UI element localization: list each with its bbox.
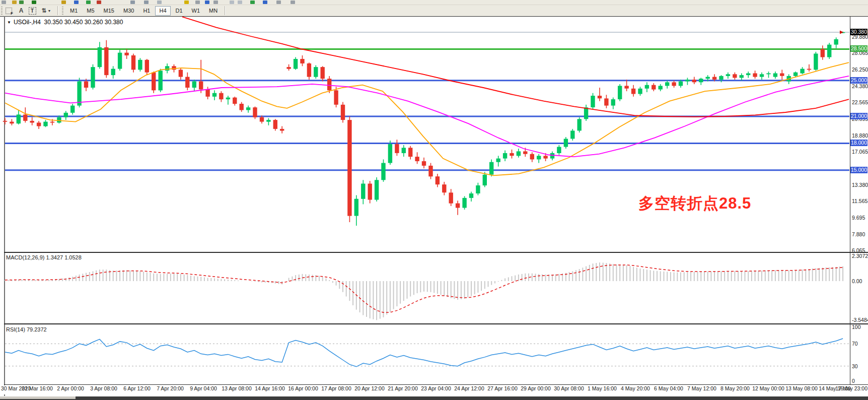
timeframe-button-d1[interactable]: D1 (172, 6, 187, 16)
price-level-label: 15.000 (850, 167, 867, 173)
letter-t-icon: T (29, 7, 36, 15)
price-tick: 22.565 (852, 99, 868, 105)
time-axis-label: 23 Apr 04:00 (421, 385, 451, 391)
price-tick: 13.380 (852, 182, 868, 188)
timeframe-button-w1[interactable]: W1 (188, 6, 204, 16)
time-axis-label: 8 May 20:00 (720, 385, 750, 391)
time-axis-label: 30 Apr 08:00 (554, 385, 584, 391)
time-axis-label: 27 Apr 16:00 (487, 385, 518, 391)
price-tick: 24.380 (852, 83, 868, 89)
clipped-toolbar-icon (250, 1, 255, 4)
time-axis-label: 2 Apr 00:00 (57, 385, 84, 391)
time-axis-label: 16 Apr 00:00 (288, 385, 318, 391)
clipped-toolbar-icon (12, 1, 17, 4)
time-axis-label: 21 Apr 20:00 (388, 385, 418, 391)
rsi-splitter[interactable] (4, 323, 868, 324)
rsi-axis-label: 100 (852, 324, 861, 330)
timeframe-button-m15[interactable]: M15 (100, 6, 118, 16)
rsi-axis-label: 30 (852, 363, 858, 369)
arrows-icon: ⇅ (42, 7, 47, 14)
rsi-axis-label: 70 (852, 341, 858, 347)
timeframe-grip[interactable] (62, 7, 63, 15)
time-axis-label: 17 Apr 08:00 (321, 385, 351, 391)
price-level-label: 28.500 (850, 45, 867, 52)
price-tick: 18.880 (852, 132, 868, 139)
clipped-toolbar-icon (86, 1, 91, 4)
macd-axis-label: -3.5484 (852, 317, 868, 323)
clipped-toolbar-icon (19, 1, 24, 4)
annotation-text: 多空转折点28.5 (638, 193, 751, 214)
letter-a-icon: A (19, 7, 24, 14)
time-axis-label: 20 Apr 12:00 (354, 385, 385, 391)
timeframe-button-h1[interactable]: H1 (139, 6, 154, 16)
price-level-label: 18.000 (850, 140, 867, 146)
clipped-toolbar-icon (32, 1, 36, 4)
price-tick: 9.695 (852, 215, 865, 221)
rsi-label: RSI(14) 79.2372 (6, 326, 47, 332)
clipped-toolbar-icon (205, 1, 209, 4)
timeframe-button-mn[interactable]: MN (205, 6, 222, 16)
toolbar-separator-2 (225, 6, 226, 15)
text-box-button[interactable]: T (27, 6, 38, 15)
time-axis[interactable]: 30 Mar 202031 Mar 16:002 Apr 00:003 Apr … (0, 385, 868, 394)
price-tick: 11.565 (852, 198, 867, 204)
time-axis-label: 7 May 12:00 (687, 385, 716, 391)
timeframe-button-m1[interactable]: M1 (66, 6, 82, 16)
toolbar-separator (57, 6, 58, 15)
toolbar-grip[interactable] (1, 7, 3, 15)
time-axis-label: 12 May 00:00 (752, 385, 784, 391)
text-label-button[interactable]: A (16, 6, 27, 15)
chart-title: ▼USOil-,H4 30.350 30.450 30.260 30.380 (7, 19, 123, 26)
macd-axis-label: 2.3072 (852, 253, 868, 259)
price-tick: 17.065 (852, 149, 868, 155)
clipped-top-toolbar (0, 0, 868, 5)
time-axis-label: 6 May 04:00 (654, 385, 683, 391)
h-scrollbar-thumb[interactable] (0, 396, 76, 399)
time-axis-label: 6 Apr 12:00 (123, 385, 151, 391)
time-axis-label: 31 Mar 16:00 (22, 385, 53, 391)
clipped-toolbar-icon (230, 1, 234, 4)
price-tick: 26.250 (852, 66, 868, 73)
price-level-label: 25.000 (850, 77, 867, 84)
arrange-button[interactable]: ⇅ ▼ (38, 6, 55, 15)
clipped-toolbar-icon (130, 1, 135, 4)
time-axis-border (4, 384, 868, 385)
time-axis-label: 24 Apr 12:00 (454, 385, 484, 391)
clipped-toolbar-icon (74, 1, 79, 4)
h-scrollbar[interactable] (0, 396, 868, 400)
time-axis-label: 13 Apr 08:00 (222, 385, 252, 391)
time-axis-label: 13 May 08:00 (785, 385, 818, 391)
timeframe-button-m30[interactable]: M30 (119, 6, 138, 16)
clipped-toolbar-icon (276, 1, 281, 4)
timeframe-button-m5[interactable]: M5 (83, 6, 98, 16)
clipped-toolbar-icon (238, 1, 242, 4)
time-axis-label: 17 May 23:00 (835, 385, 867, 391)
price-level-label: 21.000 (850, 113, 867, 119)
chart-title-symbol: USOil-,H4 (14, 19, 41, 26)
collapse-triangle-icon[interactable]: ▼ (7, 20, 11, 25)
macd-label: MACD(12,26,9) 1.3427 1.0528 (6, 254, 82, 260)
clipped-toolbar-icon (61, 1, 66, 4)
time-axis-label: 29 Apr 00:00 (521, 385, 551, 391)
time-axis-label: 7 Apr 20:00 (157, 385, 184, 391)
clipped-toolbar-icon (157, 1, 162, 4)
macd-splitter[interactable] (4, 252, 868, 253)
time-axis-label: 3 Apr 08:00 (90, 385, 117, 391)
price-level-label: 30.380 (850, 29, 867, 35)
clipped-toolbar-icon (97, 1, 101, 4)
clipped-toolbar-icon (195, 1, 200, 4)
time-axis-label: 14 Apr 16:00 (255, 385, 285, 391)
rsi-axis-label: 0 (852, 378, 855, 384)
indicator-grid-button[interactable]: F (5, 6, 16, 15)
macd-axis-label: 0.00 (852, 278, 862, 284)
price-axis-border (850, 17, 850, 384)
clipped-toolbar-icon (213, 1, 218, 4)
chevron-down-icon: ▼ (48, 9, 51, 13)
timeframe-button-h4[interactable]: H4 (155, 6, 170, 16)
clipped-toolbar-icon (263, 1, 267, 4)
chart-title-ohlc: 30.350 30.450 30.260 30.380 (44, 19, 123, 26)
mt4-window: F A T ⇅ ▼ M1M5M15M30H1H4D1W1MN ▼USOil-,H… (0, 0, 868, 400)
clipped-toolbar-icon (184, 1, 189, 4)
grid-f-label: F (11, 11, 13, 16)
main-toolbar: F A T ⇅ ▼ M1M5M15M30H1H4D1W1MN (0, 5, 868, 17)
